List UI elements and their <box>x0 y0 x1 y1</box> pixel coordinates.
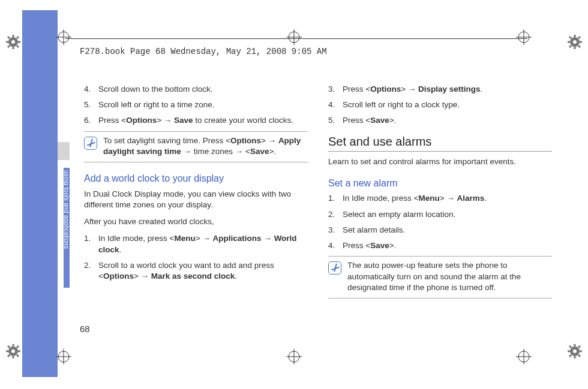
svg-line-24 <box>8 37 10 38</box>
crop-mark-icon <box>286 349 302 364</box>
paragraph-alarms-intro: Learn to set and control alarms for impo… <box>328 156 552 167</box>
note-text: To set daylight saving time. Press <Opti… <box>103 135 308 157</box>
svg-line-46 <box>8 355 10 357</box>
svg-line-35 <box>578 46 580 47</box>
svg-point-19 <box>11 40 15 44</box>
svg-line-54 <box>569 346 571 348</box>
page-number: 68 <box>80 324 90 334</box>
heading-set-new-alarm: Set a new alarm <box>328 177 552 190</box>
svg-point-29 <box>573 40 577 44</box>
document-header: F278.book Page 68 Wednesday, May 21, 200… <box>80 47 327 56</box>
note-icon <box>328 261 341 275</box>
gear-icon <box>5 343 21 359</box>
gear-icon <box>5 34 21 50</box>
step-6: 6.Press <Options> → Save to create your … <box>84 115 308 126</box>
crop-mark-icon <box>56 349 71 364</box>
left-column: 4.Scroll down to the bottom clock. 5.Scr… <box>84 84 308 306</box>
heading-underline <box>328 151 552 152</box>
steps-add-world-clock: 1.In Idle mode, press <Menu> → Applicati… <box>84 233 308 282</box>
heading-add-world-clock: Add a world clock to your display <box>84 172 308 185</box>
step-add-2: 2.Scroll to a world clock you want to ad… <box>84 260 308 282</box>
svg-line-25 <box>17 46 19 47</box>
blue-sidebar <box>22 10 58 377</box>
section-tab <box>58 142 70 160</box>
page-content: 4.Scroll down to the bottom clock. 5.Scr… <box>84 84 552 306</box>
svg-line-45 <box>17 355 19 357</box>
step-disp-4: 4.Scroll left or right to a clock type. <box>328 99 552 110</box>
svg-line-36 <box>569 46 571 47</box>
note-auto-power-up: The auto power-up feature sets the phone… <box>328 256 552 298</box>
svg-point-39 <box>11 349 15 353</box>
steps-display-settings: 3.Press <Options> → Display settings. 4.… <box>328 84 552 126</box>
step-disp-3: 3.Press <Options> → Display settings. <box>328 84 552 95</box>
svg-line-57 <box>578 346 580 348</box>
note-icon <box>84 137 97 150</box>
step-alarm-1: 1.In Idle mode, press <Menu> → Alarms. <box>328 193 552 204</box>
crop-mark-icon <box>56 29 71 45</box>
crop-mark-icon <box>516 349 532 364</box>
gear-icon <box>567 343 583 359</box>
crop-mark-icon <box>286 29 302 45</box>
svg-line-27 <box>17 37 19 38</box>
svg-line-47 <box>17 346 19 348</box>
svg-line-44 <box>8 346 10 348</box>
step-disp-5: 5.Press <Save>. <box>328 115 552 126</box>
svg-line-26 <box>8 46 10 47</box>
heading-set-use-alarms: Set and use alarms <box>328 134 552 150</box>
steps-new-alarm: 1.In Idle mode, press <Menu> → Alarms. 2… <box>328 193 552 251</box>
step-4: 4.Scroll down to the bottom clock. <box>84 84 308 95</box>
paragraph-dual-clock: In Dual Clock Display mode, you can view… <box>84 189 308 210</box>
step-alarm-2: 2.Select an empty alarm location. <box>328 209 552 220</box>
note-daylight-saving: To set daylight saving time. Press <Opti… <box>84 131 308 162</box>
svg-line-55 <box>578 355 580 357</box>
step-add-1: 1.In Idle mode, press <Menu> → Applicati… <box>84 233 308 255</box>
svg-line-56 <box>569 355 571 357</box>
step-5: 5.Scroll left or right to a time zone. <box>84 99 308 110</box>
step-alarm-4: 4.Press <Save>. <box>328 240 552 251</box>
crop-mark-icon <box>516 29 532 45</box>
steps-world-clock-continue: 4.Scroll down to the bottom clock. 5.Scr… <box>84 84 308 126</box>
paragraph-after-created: After you have created world clocks, <box>84 216 308 227</box>
svg-line-34 <box>569 37 571 38</box>
note-text: The auto power-up feature sets the phone… <box>347 260 552 293</box>
gear-icon <box>567 34 583 50</box>
sidebar-section-label: using tools and applications <box>64 168 70 288</box>
svg-point-49 <box>573 349 577 353</box>
svg-line-37 <box>578 37 580 38</box>
right-column: 3.Press <Options> → Display settings. 4.… <box>328 84 552 306</box>
step-alarm-3: 3.Set alarm details. <box>328 225 552 236</box>
